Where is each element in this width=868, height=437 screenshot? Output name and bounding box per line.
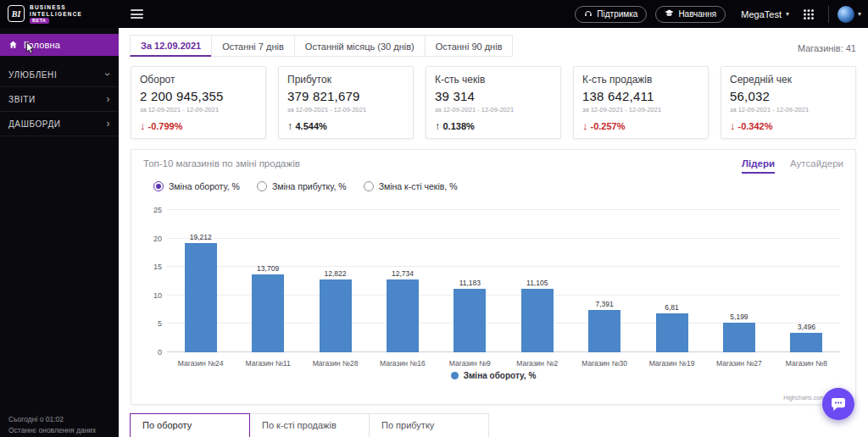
apps-grid-icon[interactable] [798,3,820,25]
kpi-period: за 12-09-2021 - 12-09-2021 [287,106,404,113]
y-axis-label: 10 [145,291,162,300]
kpi-period: за 12-09-2021 - 12-09-2021 [582,106,699,113]
bar-column-3: 12,734 [369,210,436,352]
kpi-title: Оборот [140,74,257,86]
chart-bars: 19,21213,70912,82212,73411,18311,1057,39… [167,210,840,352]
radio-option-2[interactable]: Зміна к-сті чеків, % [364,181,458,191]
y-axis-label: 15 [145,263,162,271]
bottom-tab-1[interactable]: По к-сті продажів [249,413,370,437]
period-tab-0[interactable]: За 12.09.2021 [130,35,212,57]
radio-icon [364,181,374,191]
kpi-delta: ↓-0.799% [140,119,257,132]
account-menu[interactable]: MegaTest ▾ [741,9,789,19]
bar-value-label: 12,734 [392,269,414,278]
x-axis-label: Магазин №28 [302,356,369,369]
user-avatar [837,6,854,23]
period-tab-1[interactable]: Останні 7 днів [211,35,295,57]
bar[interactable] [320,279,352,352]
training-button[interactable]: Навчання [655,6,726,23]
kpi-cards-row: Оборот2 200 945,355за 12-09-2021 - 12-09… [119,57,868,149]
bar-column-6: 7,391 [570,210,637,352]
radio-label: Зміна прибутку, % [272,181,347,191]
x-axis-label: Магазин №11 [234,356,301,369]
bar-value-label: 5,199 [730,313,748,321]
sidebar-item-label: ДАШБОРДИ [8,119,61,129]
y-axis-label: 0 [145,348,162,357]
bar-column-0: 19,212 [167,210,234,352]
app-screen: BI BUSINESS INTELLIGENCE BETA Підтримка … [0,0,868,437]
hamburger-menu-icon[interactable] [131,8,143,21]
bar-value-label: 13,709 [257,264,279,273]
bar[interactable] [723,323,755,352]
kpi-value: 138 642,411 [582,89,699,103]
last-update-time: Сьогодні о 01:02 [8,414,115,426]
bar-value-label: 12,822 [325,269,347,278]
chevron-right-icon: › [106,119,110,129]
top10-chart-card: Топ-10 магазинів по зміні продажів Лідер… [131,149,856,405]
bottom-tab-2[interactable]: По прибутку [369,413,489,437]
graduation-cap-icon [665,8,674,19]
last-update-note: Останнє оновлення даних [8,425,115,437]
chevron-down-icon: ▾ [858,10,861,18]
sidebar-item-label: ЗВІТИ [8,95,36,104]
bar[interactable] [521,289,554,352]
kpi-delta: ↑4.544% [287,119,404,132]
bar-column-4: 11,183 [437,210,504,352]
app-logo: BI BUSINESS INTELLIGENCE BETA [0,4,119,24]
chart-title: Топ-10 магазинів по зміні продажів [143,158,300,169]
kpi-delta-value: -0.257% [591,121,626,131]
topbar-divider [828,6,829,23]
bar[interactable] [252,274,284,352]
bar-chart: 0510152025 19,21213,70912,82212,73411,18… [143,195,843,369]
bar-column-9: 3,496 [773,210,840,352]
sidebar-item-3[interactable]: ДАШБОРДИ› [0,112,119,136]
chart-legend: Зміна обороту, % [143,371,843,380]
chevron-right-icon: › [106,94,110,104]
kpi-delta-value: 0.138% [443,121,475,131]
chat-button[interactable] [822,388,854,420]
sidebar-item-1[interactable]: УЛЮБЛЕНІ› [0,63,119,87]
bar[interactable] [588,310,620,352]
radio-option-0[interactable]: Зміна обороту, % [153,181,240,191]
logo-line2: INTELLIGENCE [30,11,82,18]
bar[interactable] [790,333,822,352]
trend-up-icon: ↑ [287,119,293,132]
sidebar-footer: Сьогодні о 01:02 Останнє оновлення даних [8,414,115,437]
home-icon [8,40,18,51]
sidebar-item-0[interactable]: Головна [0,34,119,56]
kpi-card-2: К-сть чеків39 314за 12-09-2021 - 12-09-2… [426,66,561,139]
chat-bubble-icon [830,396,847,412]
bar[interactable] [387,279,419,352]
y-axis-label: 20 [145,235,162,243]
bar[interactable] [185,243,217,352]
period-tab-2[interactable]: Останній місяць (30 днів) [294,35,426,57]
chevron-down-icon: › [103,73,114,77]
legend-marker-icon [451,372,459,379]
support-button[interactable]: Підтримка [575,6,647,23]
bar-value-label: 3,496 [798,323,815,331]
bar[interactable] [453,289,486,352]
user-avatar-menu[interactable]: ▾ [837,6,861,23]
logo-line1: BUSINESS [30,4,82,11]
y-axis-label: 25 [145,206,162,214]
view-tab-1[interactable]: Аутсайдери [790,158,843,174]
bar-value-label: 7,391 [596,300,614,308]
kpi-period: за 12-09-2021 - 12-09-2021 [140,106,257,113]
period-tab-3[interactable]: Останні 90 днів [425,35,514,57]
bottom-tab-0[interactable]: По обороту [130,413,250,437]
radio-option-1[interactable]: Зміна прибутку, % [257,181,347,191]
beta-badge: BETA [30,18,49,24]
radio-label: Зміна обороту, % [169,181,240,191]
bottom-tabs: По оборотуПо к-сті продажівПо прибутку [131,413,856,437]
bar-column-1: 13,709 [234,210,301,352]
radio-label: Зміна к-сті чеків, % [379,181,458,191]
view-tab-0[interactable]: Лідери [742,158,775,174]
x-axis-label: Магазин №16 [369,356,436,369]
bar-column-2: 12,822 [302,210,369,352]
bar[interactable] [656,313,688,352]
stores-count: Магазинів: 41 [798,43,856,57]
kpi-delta-value: -0.799% [148,121,183,131]
sidebar-item-2[interactable]: ЗВІТИ› [0,87,119,112]
trend-down-icon: ↓ [582,119,588,132]
period-filter-row: За 12.09.2021Останні 7 днівОстанній міся… [119,28,868,57]
